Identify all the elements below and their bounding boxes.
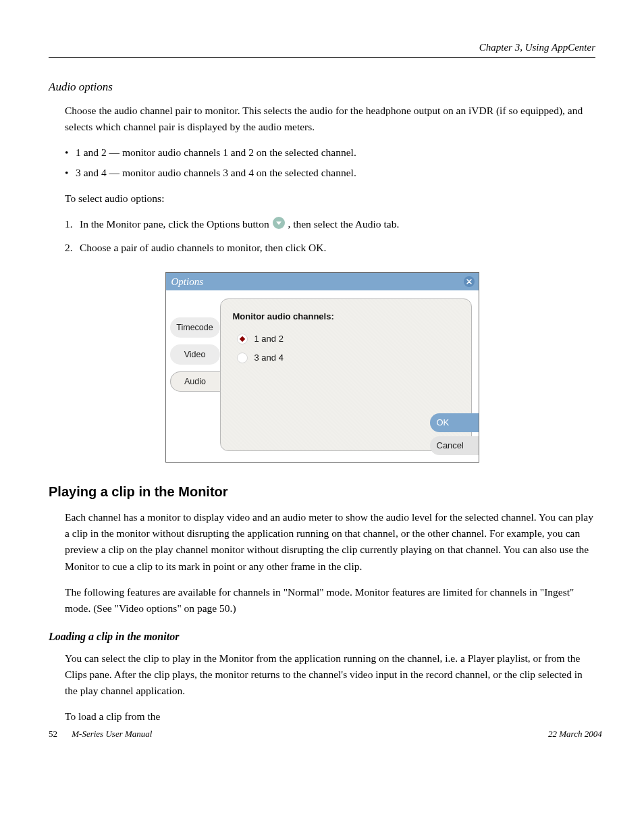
step-1-text-lead: In the Monitor pane, click the Options b…	[80, 219, 272, 230]
bullet-dot: •	[65, 165, 76, 181]
section2-p1: Each channel has a monitor to display vi…	[65, 509, 595, 574]
tab-audio[interactable]: Audio	[170, 371, 220, 392]
bullet-text: 3 and 4 — monitor audio channels 3 and 4…	[76, 165, 356, 181]
radio-row-3-4[interactable]: 3 and 4	[237, 351, 459, 365]
step-1-text-tail: , then select the Audio tab.	[288, 219, 399, 230]
page-number: 52	[49, 729, 57, 739]
subhead-loading-clip: Loading a clip in the monitor	[49, 629, 595, 646]
step-lead: To select audio options:	[65, 190, 595, 207]
close-icon[interactable]	[464, 276, 475, 287]
section2-p2: The following features are available for…	[65, 584, 595, 617]
radio-row-1-2[interactable]: 1 and 2	[237, 332, 459, 346]
radio-label: 3 and 4	[254, 351, 284, 365]
dialog-title-bar: Options	[166, 273, 479, 290]
panel-label: Monitor audio channels:	[233, 310, 459, 323]
tab-video[interactable]: Video	[170, 344, 220, 365]
cancel-button[interactable]: Cancel	[430, 436, 479, 455]
bullet-item: • 3 and 4 — monitor audio channels 3 and…	[65, 165, 595, 181]
section2-from-lead: To load a clip from the	[65, 708, 595, 725]
step-2: 2. Choose a pair of audio channels to mo…	[65, 240, 595, 256]
dialog-title: Options	[171, 276, 204, 287]
ok-button[interactable]: OK	[430, 413, 479, 432]
step-2-text: Choose a pair of audio channels to monit…	[80, 240, 326, 256]
section2-p3: You can select the clip to play in the M…	[65, 650, 595, 699]
radio-icon[interactable]	[237, 334, 248, 344]
bullet-text: 1 and 2 — monitor audio channels 1 and 2…	[76, 145, 356, 161]
section-title-audio-options: Audio options	[49, 78, 595, 96]
header-chapter: Chapter 3, Using AppCenter	[49, 42, 595, 53]
section-title-playing-clip: Playing a clip in the Monitor	[49, 481, 595, 502]
tab-timecode[interactable]: Timecode	[170, 317, 220, 338]
options-dialog: Options Timecode Video Audio Monitor aud…	[165, 272, 479, 463]
options-button-icon	[272, 216, 286, 234]
step-1: 1. In the Monitor pane, click the Option…	[65, 216, 595, 234]
footer-date: 22 March 2004	[548, 729, 602, 739]
page-footer: 52 M-Series User Manual 22 March 2004	[49, 729, 152, 739]
step-number: 2.	[65, 240, 80, 256]
radio-icon[interactable]	[237, 353, 248, 363]
radio-label: 1 and 2	[254, 332, 284, 346]
bullet-dot: •	[65, 145, 76, 161]
intro-paragraph: Choose the audio channel pair to monitor…	[65, 103, 595, 135]
header-rule	[49, 57, 595, 58]
step-number: 1.	[65, 216, 80, 234]
footer-title: M-Series User Manual	[72, 729, 152, 739]
bullet-item: • 1 and 2 — monitor audio channels 1 and…	[65, 145, 595, 161]
